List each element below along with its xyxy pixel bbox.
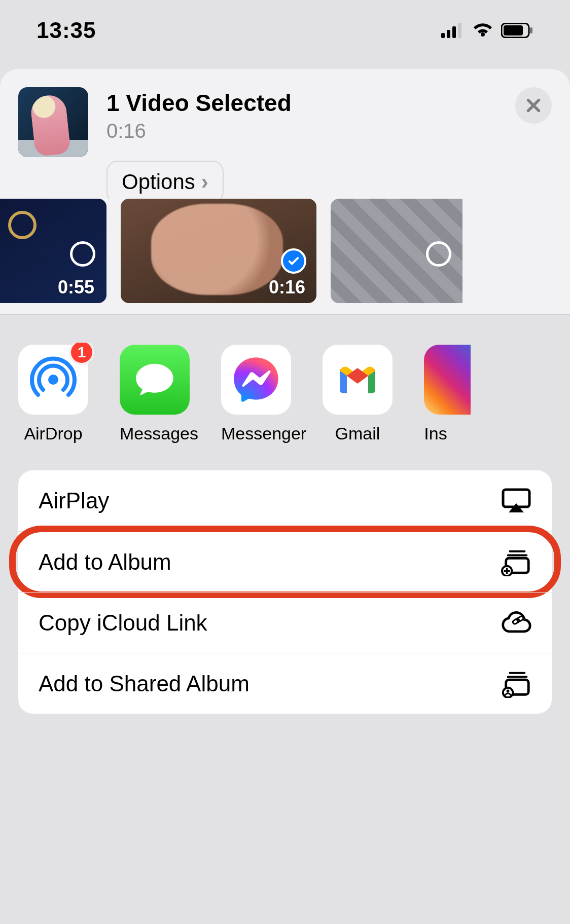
video-duration: 0:16 <box>269 277 305 298</box>
video-thumbnail[interactable]: 0:16 <box>121 199 316 303</box>
action-label: Add to Album <box>39 549 171 575</box>
shared-album-icon <box>501 669 531 699</box>
options-button[interactable]: Options › <box>106 161 224 203</box>
share-title: 1 Video Selected <box>106 89 515 117</box>
close-icon <box>524 96 543 115</box>
share-app-instagram[interactable]: Ins <box>424 345 447 443</box>
svg-rect-1 <box>447 30 450 38</box>
video-thumbnail[interactable] <box>331 199 462 303</box>
video-duration: 0:55 <box>58 277 94 298</box>
instagram-icon <box>424 345 471 415</box>
action-airplay[interactable]: AirPlay <box>18 470 552 531</box>
status-time: 13:35 <box>37 18 96 43</box>
thumbnail-strip: 0:55 0:16 <box>0 199 570 315</box>
messages-icon <box>120 345 190 415</box>
options-label: Options <box>122 170 195 194</box>
share-app-gmail[interactable]: Gmail <box>323 345 393 443</box>
share-info: 1 Video Selected 0:16 Options › <box>106 87 515 203</box>
svg-rect-0 <box>441 33 445 38</box>
app-label: Ins <box>424 424 447 443</box>
share-app-airdrop[interactable]: 1 AirDrop <box>18 345 88 443</box>
badge-count: 1 <box>69 343 94 365</box>
action-copy-icloud-link[interactable]: Copy iCloud Link <box>18 592 552 653</box>
share-subtitle: 0:16 <box>106 120 515 142</box>
app-label: AirDrop <box>18 424 88 443</box>
svg-rect-5 <box>504 25 523 35</box>
cellular-icon <box>441 23 465 38</box>
app-label: Gmail <box>323 424 393 443</box>
action-add-to-shared-album[interactable]: Add to Shared Album <box>18 653 552 714</box>
svg-rect-3 <box>458 23 461 38</box>
action-label: Add to Shared Album <box>39 671 250 696</box>
svg-rect-6 <box>530 27 532 33</box>
selection-circle-icon <box>426 241 451 267</box>
svg-point-15 <box>507 689 510 692</box>
selected-thumbnail <box>18 87 88 157</box>
actions-list: AirPlay Add to Album Copy iCloud Link Ad… <box>18 470 552 714</box>
add-album-icon <box>501 547 531 577</box>
action-label: AirPlay <box>39 488 109 513</box>
svg-rect-2 <box>452 26 456 38</box>
messenger-icon <box>221 345 291 415</box>
selection-check-icon <box>281 248 306 274</box>
share-app-messenger[interactable]: Messenger <box>221 345 291 443</box>
airplay-icon <box>501 486 531 516</box>
close-button[interactable] <box>515 87 552 124</box>
share-app-messages[interactable]: Messages <box>120 345 190 443</box>
share-apps-row: 1 AirDrop Messages Messenger Gmail Ins <box>18 343 570 443</box>
gmail-icon <box>323 345 393 415</box>
svg-rect-12 <box>516 615 524 622</box>
selection-circle-icon <box>70 241 95 267</box>
status-right <box>441 22 533 39</box>
svg-point-7 <box>48 375 58 385</box>
status-bar: 13:35 <box>0 0 570 61</box>
action-label: Copy iCloud Link <box>39 610 207 636</box>
app-label: Messenger <box>221 424 291 443</box>
battery-icon <box>501 23 533 38</box>
chevron-right-icon: › <box>201 170 208 194</box>
wifi-icon <box>472 22 494 39</box>
icloud-link-icon <box>501 608 531 638</box>
video-thumbnail[interactable]: 0:55 <box>0 199 106 303</box>
app-label: Messages <box>120 424 190 443</box>
action-add-to-album[interactable]: Add to Album <box>18 531 552 592</box>
